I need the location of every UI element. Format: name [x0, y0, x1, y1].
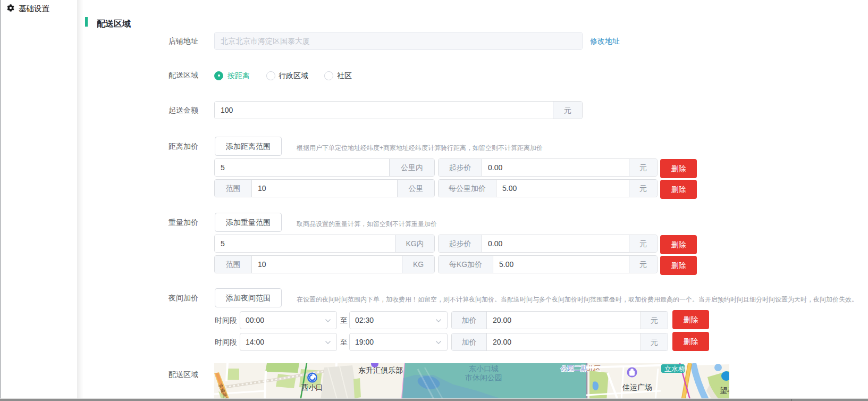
svg-text:东升汇俱乐部: 东升汇俱乐部	[358, 366, 403, 374]
svg-text:望春: 望春	[720, 386, 729, 395]
svg-text:公园二期: 公园二期	[561, 365, 587, 372]
svg-text:西小口: 西小口	[301, 383, 323, 391]
svg-text:佳运广场: 佳运广场	[622, 383, 652, 391]
svg-text:立水桥: 立水桥	[664, 365, 685, 373]
svg-text:北区: 北区	[587, 365, 601, 372]
svg-text:市休闲公园: 市休闲公园	[465, 373, 502, 382]
svg-text:东小口城: 东小口城	[469, 364, 499, 373]
